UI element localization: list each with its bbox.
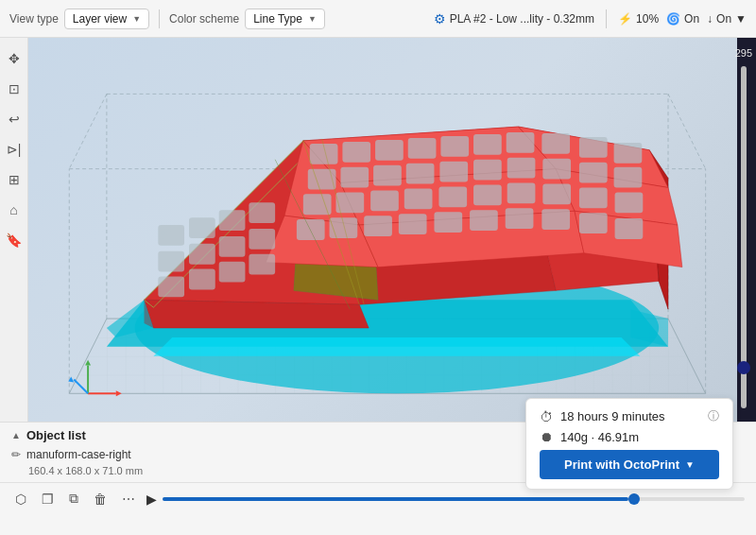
print-button[interactable]: Print with OctoPrint ▼: [540, 450, 719, 479]
color-scheme-label: Color scheme: [169, 12, 239, 26]
svg-marker-11: [153, 337, 640, 356]
temp-value: On: [716, 12, 731, 26]
layer-progress-fill: [163, 497, 628, 501]
filament-spool-icon: ⏺: [540, 429, 553, 444]
chevron-down-icon-2: ▼: [308, 14, 317, 24]
svg-rect-62: [434, 212, 462, 233]
svg-rect-77: [189, 269, 215, 290]
svg-rect-52: [438, 186, 467, 207]
svg-rect-57: [615, 192, 644, 213]
chevron-right: ▼: [735, 12, 747, 26]
svg-rect-66: [579, 213, 608, 233]
svg-rect-67: [615, 218, 644, 239]
layer-progress-thumb: [628, 493, 640, 505]
svg-rect-54: [507, 182, 536, 203]
filament-label: PLA #2 - Low ...lity - 0.32mm: [450, 12, 594, 26]
svg-rect-36: [579, 137, 608, 158]
svg-rect-37: [614, 143, 643, 164]
cube-icon[interactable]: ⬡: [11, 490, 30, 509]
svg-rect-31: [408, 138, 437, 159]
svg-rect-51: [404, 188, 433, 209]
svg-rect-32: [440, 136, 469, 157]
redo-icon[interactable]: ⊳|: [3, 138, 26, 161]
svg-rect-53: [473, 184, 502, 205]
svg-rect-65: [541, 209, 570, 230]
play-section: ▶: [146, 492, 745, 507]
svg-rect-70: [219, 210, 246, 231]
speed-icon: ⚡: [618, 12, 632, 26]
print-button-label: Print with OctoPrint: [564, 457, 679, 472]
top-toolbar: View type Layer view ▼ Color scheme Line…: [0, 0, 756, 38]
temp-icon: ↓: [707, 12, 713, 26]
svg-rect-50: [370, 190, 399, 211]
view-type-dropdown[interactable]: Layer view ▼: [64, 9, 149, 29]
move-icon[interactable]: ✥: [5, 47, 24, 70]
svg-marker-13: [144, 300, 369, 328]
svg-rect-35: [541, 133, 570, 154]
svg-rect-30: [375, 140, 404, 161]
separator-2: [606, 9, 607, 28]
undo-icon[interactable]: ↩: [5, 108, 24, 130]
copy-icon[interactable]: ❐: [38, 490, 58, 509]
speed-value: 10%: [636, 12, 659, 26]
svg-rect-43: [473, 160, 502, 181]
time-row: ⏱ 18 hours 9 minutes ⓘ: [540, 408, 719, 424]
home-icon[interactable]: ⌂: [6, 198, 21, 221]
layer-progress-bar[interactable]: [163, 497, 745, 501]
zoom-icon[interactable]: ⊡: [5, 78, 24, 100]
fan-icon: 🌀: [666, 12, 680, 26]
svg-rect-71: [249, 202, 275, 223]
svg-line-5: [668, 94, 706, 168]
svg-rect-72: [158, 251, 184, 272]
svg-rect-69: [189, 217, 215, 238]
material-row: ⏺ 140g · 46.91m: [540, 429, 719, 444]
temp-info: ↓ On ▼: [707, 12, 747, 26]
svg-rect-44: [507, 158, 536, 179]
layer-slider-thumb[interactable]: [737, 361, 750, 374]
layer-slider[interactable]: 295: [735, 47, 752, 412]
svg-rect-56: [579, 187, 608, 208]
svg-rect-59: [330, 217, 358, 238]
svg-rect-78: [219, 262, 246, 283]
left-sidebar: ✥ ⊡ ↩ ⊳| ⊞ ⌂ 🔖: [0, 38, 28, 422]
svg-rect-63: [470, 210, 498, 231]
time-text: 18 hours 9 minutes: [560, 409, 700, 423]
bookmark-icon[interactable]: 🔖: [2, 229, 26, 251]
edit-icon: ✏: [11, 448, 21, 461]
svg-rect-47: [614, 167, 643, 188]
svg-rect-60: [364, 216, 392, 236]
clone-icon[interactable]: ⧉: [65, 489, 82, 509]
svg-rect-73: [189, 244, 215, 265]
delete-icon[interactable]: 🗑: [90, 490, 111, 509]
info-panel: ⏱ 18 hours 9 minutes ⓘ ⏺ 140g · 46.91m P…: [525, 398, 733, 490]
speed-info: ⚡ 10%: [618, 12, 659, 26]
svg-rect-39: [340, 167, 369, 188]
svg-rect-61: [399, 214, 427, 234]
layer-slider-track[interactable]: [741, 66, 747, 408]
svg-rect-46: [579, 163, 608, 183]
viewport[interactable]: [28, 38, 737, 422]
svg-rect-55: [542, 183, 571, 204]
more-icon[interactable]: ⋯: [118, 490, 139, 509]
fan-info: 🌀 On: [666, 12, 699, 26]
toolbar-right: ⚙ PLA #2 - Low ...lity - 0.32mm ⚡ 10% 🌀 …: [434, 9, 747, 28]
info-icon[interactable]: ⓘ: [708, 408, 719, 424]
svg-rect-33: [473, 134, 502, 155]
grid-icon[interactable]: ⊞: [5, 168, 24, 191]
play-button[interactable]: ▶: [146, 492, 157, 507]
filament-icon: ⚙: [434, 11, 446, 26]
svg-rect-76: [158, 277, 184, 298]
svg-rect-64: [506, 208, 534, 229]
svg-rect-74: [219, 236, 246, 257]
view-type-value: Layer view: [73, 12, 127, 26]
filament-info: ⚙ PLA #2 - Low ...lity - 0.32mm: [434, 11, 594, 26]
svg-rect-45: [542, 159, 571, 180]
svg-rect-40: [373, 165, 402, 186]
collapse-icon[interactable]: ▲: [11, 430, 21, 440]
svg-rect-75: [249, 229, 275, 250]
color-scheme-dropdown[interactable]: Line Type ▼: [245, 9, 325, 29]
color-scheme-value: Line Type: [253, 12, 302, 26]
svg-rect-68: [158, 225, 184, 246]
svg-rect-42: [439, 162, 468, 182]
view-type-label: View type: [9, 12, 59, 26]
